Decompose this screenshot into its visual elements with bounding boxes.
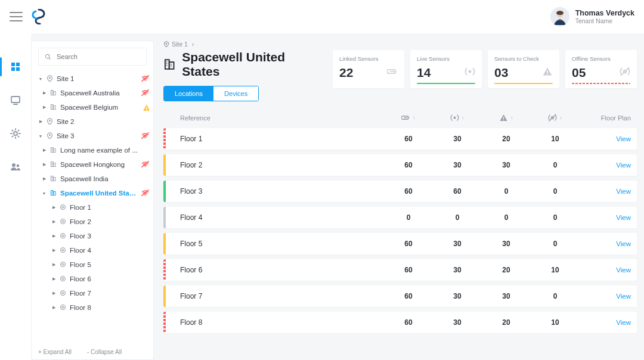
collapse-all[interactable]: - Collapse All [87, 349, 122, 355]
cell-floorplan: View [580, 240, 631, 248]
search-box[interactable] [38, 48, 147, 66]
cell-reference: Floor 5 [166, 240, 384, 248]
cell-reference: Floor 7 [166, 292, 384, 300]
table-row[interactable]: Floor 2 60 30 30 0 View [163, 154, 637, 176]
tree-floor[interactable]: ▶Floor 4 [31, 243, 154, 257]
table-row[interactable]: Floor 4 0 0 0 0 View [163, 207, 637, 228]
search-input[interactable] [55, 52, 140, 61]
tree-building[interactable]: ▶Spacewell India [31, 172, 154, 186]
tab-devices[interactable]: Devices [213, 86, 258, 101]
table-row[interactable]: Floor 8 60 30 20 10 View [163, 312, 637, 333]
tree-building[interactable]: ▶Spacewell Australia [31, 86, 154, 100]
cell-offline: 10 [531, 266, 580, 274]
card-value: 22 [339, 66, 353, 80]
card-value: 14 [417, 66, 431, 80]
caret-icon[interactable]: ▶ [51, 305, 56, 310]
building-icon [50, 147, 57, 154]
menu-toggle[interactable] [10, 12, 23, 21]
table-row[interactable]: Floor 6 60 30 20 10 View [163, 259, 637, 281]
tree-floor[interactable]: ▶Floor 3 [31, 229, 154, 243]
caret-icon[interactable]: ▶ [42, 91, 47, 95]
view-link[interactable]: View [616, 135, 631, 142]
cell-linked: 60 [384, 318, 433, 327]
col-linked[interactable]: ↑ [384, 113, 433, 122]
tree-building[interactable]: ▼Spacewell United States [31, 186, 154, 200]
nav-settings[interactable] [4, 125, 27, 142]
tabs: Locations Devices [163, 86, 259, 101]
table-row[interactable]: Floor 7 60 30 30 0 View [163, 285, 637, 307]
table-row[interactable]: Floor 3 60 60 0 0 View [163, 181, 637, 202]
caret-icon[interactable]: ▶ [42, 105, 47, 110]
view-link[interactable]: View [616, 240, 631, 247]
status-icon [141, 89, 149, 98]
cell-check: 20 [482, 135, 531, 143]
cell-check: 20 [482, 318, 531, 327]
caret-icon[interactable]: ▶ [51, 248, 56, 253]
stat-card-warn[interactable]: Sensors to Check 03 [488, 50, 559, 88]
caret-icon[interactable]: ▶ [51, 205, 56, 210]
view-link[interactable]: View [616, 266, 631, 274]
tree-floor[interactable]: ▶Floor 6 [31, 272, 154, 286]
tree-floor[interactable]: ▶Floor 5 [31, 257, 154, 272]
status-icon [141, 103, 149, 112]
cell-live: 30 [433, 318, 482, 327]
tree-building[interactable]: ▶Spacewell Hongkong [31, 157, 154, 172]
view-link[interactable]: View [616, 319, 631, 326]
table-row[interactable]: Floor 1 60 30 20 10 View [163, 128, 637, 150]
stat-card-link[interactable]: Linked Sensors 22 [333, 50, 404, 88]
stat-card-offline[interactable]: Offline Sensors 05 [565, 50, 637, 88]
expand-all[interactable]: + Expand All [38, 349, 72, 355]
view-link[interactable]: View [616, 293, 631, 300]
cell-reference: Floor 8 [166, 318, 384, 327]
caret-icon[interactable]: ▼ [42, 191, 47, 195]
nav-dashboard[interactable] [4, 58, 27, 75]
floor-icon [60, 275, 66, 283]
tree-site[interactable]: ▼Site 3 [31, 129, 154, 143]
table-header: Reference ↑ ↑ ↑ ↑ Floor Plan [163, 113, 637, 128]
tree-building[interactable]: ▶Spacewell Belgium [31, 100, 154, 114]
col-live[interactable]: ↑ [433, 113, 482, 122]
logo[interactable] [31, 9, 47, 24]
caret-icon[interactable]: ▶ [42, 162, 47, 167]
nav-users[interactable] [4, 159, 27, 175]
location-tree-panel: ▼Site 1▶Spacewell Australia▶Spacewell Be… [31, 41, 154, 360]
nav-devices[interactable] [4, 92, 27, 108]
col-check[interactable]: ↑ [482, 113, 531, 122]
view-link[interactable]: View [616, 188, 631, 195]
tab-locations[interactable]: Locations [164, 86, 213, 101]
caret-icon[interactable]: ▶ [42, 148, 47, 153]
tree-site[interactable]: ▶Site 2 [31, 114, 154, 129]
offline-icon [620, 66, 630, 79]
card-label: Offline Sensors [572, 55, 630, 62]
floor-icon [60, 232, 66, 240]
caret-icon[interactable]: ▼ [38, 77, 43, 81]
tree-floor[interactable]: ▶Floor 7 [31, 286, 154, 300]
status-icon [141, 160, 149, 169]
caret-icon[interactable]: ▶ [51, 291, 56, 296]
caret-icon[interactable]: ▶ [51, 277, 56, 281]
stat-card-live[interactable]: Live Sensors 14 [410, 50, 482, 88]
caret-icon[interactable]: ▶ [51, 234, 56, 238]
pin-icon [47, 75, 53, 83]
tree-building[interactable]: ▶Long name example of ... [31, 143, 154, 157]
breadcrumb[interactable]: Site 1 › [163, 41, 637, 48]
tree-floor[interactable]: ▶Floor 1 [31, 200, 154, 215]
tree-site[interactable]: ▼Site 1 [31, 72, 154, 86]
col-offline[interactable]: ↑ [531, 113, 580, 122]
caret-icon[interactable]: ▶ [51, 262, 56, 267]
col-reference[interactable]: Reference [180, 114, 384, 122]
cell-floorplan: View [580, 318, 631, 327]
status-icon [141, 189, 149, 198]
caret-icon[interactable]: ▶ [38, 119, 43, 124]
tree-floor[interactable]: ▶Floor 8 [31, 300, 154, 315]
view-link[interactable]: View [616, 214, 631, 221]
cell-offline: 10 [531, 135, 580, 143]
user-menu[interactable]: Thomas Verdyck Tenant Name [550, 7, 634, 26]
table-row[interactable]: Floor 5 60 30 30 0 View [163, 233, 637, 255]
pin-icon [47, 132, 53, 140]
caret-icon[interactable]: ▶ [42, 176, 47, 181]
tree-floor[interactable]: ▶Floor 2 [31, 215, 154, 229]
view-link[interactable]: View [616, 162, 631, 169]
caret-icon[interactable]: ▶ [51, 219, 56, 224]
caret-icon[interactable]: ▼ [38, 134, 43, 138]
